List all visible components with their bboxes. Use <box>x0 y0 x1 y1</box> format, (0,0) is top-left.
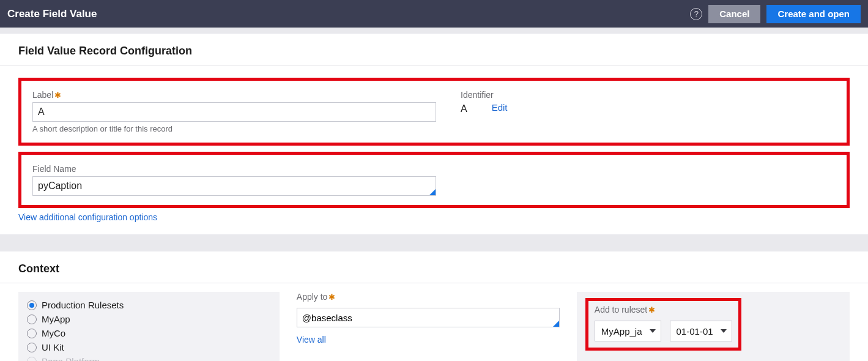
add-to-ruleset-block: Add to ruleset ✱ MyApp_ja 01-01-01 <box>577 292 850 361</box>
ruleset-scope-item[interactable]: MyApp <box>27 312 271 326</box>
radio-icon <box>27 329 37 338</box>
apply-to-view-all-link[interactable]: View all <box>297 331 560 344</box>
field-name-input[interactable] <box>32 176 436 196</box>
ruleset-scope-list: Production Rulesets MyApp MyCo UI Kit Pe… <box>18 292 280 361</box>
ruleset-scope-item: Pega Platform <box>27 354 271 361</box>
radio-icon <box>27 343 37 352</box>
identifier-field-label: Identifier <box>461 90 494 100</box>
ruleset-scope-label: Pega Platform <box>42 356 100 361</box>
highlight-field-name: Field Name <box>18 152 850 208</box>
create-and-open-button[interactable]: Create and open <box>766 5 861 23</box>
identifier-edit-link[interactable]: Edit <box>492 102 508 113</box>
ruleset-version-dropdown[interactable]: 01-01-01 <box>670 321 732 341</box>
help-icon[interactable]: ? <box>690 8 702 20</box>
required-star-icon: ✱ <box>54 91 61 100</box>
ruleset-name-dropdown[interactable]: MyApp_ja <box>595 321 661 341</box>
ruleset-scope-item[interactable]: MyCo <box>27 326 271 340</box>
label-input[interactable] <box>32 102 436 122</box>
label-helper-text: A short description or title for this re… <box>32 124 436 133</box>
header-actions: ? Cancel Create and open <box>690 5 861 23</box>
radio-icon <box>27 300 37 310</box>
config-form-area: Label✱ A short description or title for … <box>0 65 868 234</box>
apply-to-label: Apply to ✱ <box>297 292 560 302</box>
radio-icon <box>27 314 37 324</box>
page-title: Create Field Value <box>7 8 97 20</box>
highlight-label-identifier: Label✱ A short description or title for … <box>18 78 850 146</box>
context-panel: Context Production Rulesets MyApp MyCo U… <box>0 251 868 361</box>
chevron-down-icon <box>650 329 656 333</box>
apply-to-block: Apply to ✱ View all <box>297 292 560 344</box>
config-section-heading: Field Value Record Configuration <box>0 34 868 65</box>
context-section-heading: Context <box>0 251 868 283</box>
ruleset-scope-label: UI Kit <box>42 342 64 352</box>
add-to-ruleset-label: Add to ruleset ✱ <box>595 305 655 314</box>
autocomplete-icon[interactable] <box>553 321 559 327</box>
identifier-value: A <box>461 102 467 114</box>
ruleset-scope-item[interactable]: Production Rulesets <box>27 298 271 312</box>
required-star-icon: ✱ <box>648 305 655 314</box>
ruleset-scope-label: MyCo <box>42 328 65 338</box>
ruleset-scope-item[interactable]: UI Kit <box>27 340 271 354</box>
apply-to-input[interactable] <box>297 308 560 327</box>
autocomplete-icon[interactable] <box>429 189 436 195</box>
radio-icon <box>27 357 37 362</box>
required-star-icon: ✱ <box>328 292 335 302</box>
label-field-label: Label✱ <box>32 90 61 100</box>
cancel-button[interactable]: Cancel <box>708 5 760 23</box>
view-additional-options-link[interactable]: View additional configuration options <box>18 212 157 222</box>
chevron-down-icon <box>721 329 727 333</box>
config-panel: Field Value Record Configuration Label✱ … <box>0 34 868 234</box>
field-name-label: Field Name <box>32 164 76 174</box>
page-header: Create Field Value ? Cancel Create and o… <box>0 0 868 28</box>
ruleset-scope-label: MyApp <box>42 314 70 324</box>
highlight-add-to-ruleset: Add to ruleset ✱ MyApp_ja 01-01-01 <box>585 298 741 351</box>
ruleset-scope-label: Production Rulesets <box>42 300 124 310</box>
